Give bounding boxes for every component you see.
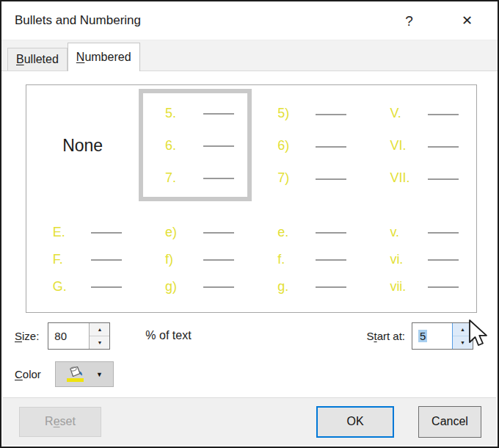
sample-text-line	[316, 286, 346, 288]
dialog-footer: Reset OK Cancel	[3, 397, 496, 445]
gallery-option-none[interactable]: None	[26, 85, 139, 206]
sample-text-line	[203, 178, 234, 179]
none-label: None	[62, 136, 103, 156]
size-label: Size:	[15, 330, 39, 342]
sample-text-line	[91, 232, 122, 234]
dialog-title: Bullets and Numbering	[15, 13, 141, 28]
sample-text-line	[91, 286, 122, 288]
sample-text-line	[316, 114, 346, 115]
numbering-style-gallery: None 5. 6. 7. 5) 6) 7) V. VI. VII. E. F.…	[26, 84, 477, 313]
sample-text-line	[203, 113, 234, 115]
gallery-option-alpha-lower-period[interactable]: e. f. g.	[252, 206, 364, 312]
mouse-cursor	[468, 319, 493, 352]
sample-text-line	[428, 286, 459, 288]
size-spinner-down-icon[interactable]: ▼	[90, 336, 109, 349]
help-icon[interactable]: ?	[405, 14, 413, 28]
gallery-option-alpha-upper[interactable]: E. F. G.	[26, 206, 139, 312]
start-at-input[interactable]: 5 ▲ ▼	[412, 322, 473, 350]
sample-text-line	[203, 145, 234, 147]
sample-text-line	[316, 232, 346, 234]
close-icon[interactable]: ✕	[462, 14, 473, 27]
start-at-group: Start at: 5 ▲ ▼	[366, 322, 473, 350]
gallery-option-numbered-period[interactable]: 5. 6. 7.	[139, 89, 251, 201]
sample-text-line	[316, 178, 346, 180]
gallery-option-roman-lower[interactable]: v. vi. vii.	[364, 206, 476, 312]
start-at-label: Start at:	[366, 330, 405, 342]
size-input[interactable]: 80 ▲ ▼	[48, 322, 110, 350]
bullets-and-numbering-dialog: Bullets and Numbering ? ✕ Bulleted Numbe…	[0, 0, 499, 448]
gallery-option-roman-upper[interactable]: V. VI. VII.	[364, 85, 476, 206]
sample-text-line	[428, 114, 459, 115]
color-row: Color ▼	[15, 361, 498, 387]
sample-text-line	[428, 146, 459, 148]
start-at-value[interactable]: 5	[418, 330, 427, 342]
size-spinner: ▲ ▼	[89, 323, 109, 349]
sample-text-line	[203, 259, 234, 261]
sample-text-line	[428, 259, 459, 261]
sample-text-line	[203, 286, 234, 288]
color-label: Color	[15, 368, 41, 380]
color-dropdown-icon: ▼	[96, 371, 103, 378]
tab-panel-numbered: None 5. 6. 7. 5) 6) 7) V. VI. VII. E. F.…	[1, 71, 498, 387]
tab-numbered-label: Numbered	[76, 51, 131, 64]
tab-bulleted[interactable]: Bulleted	[7, 48, 68, 71]
title-bar: Bullets and Numbering ? ✕	[1, 1, 498, 40]
tab-strip: Bulleted Numbered	[1, 40, 498, 71]
percent-of-text-label: % of text	[145, 329, 191, 342]
paint-bucket-icon	[66, 366, 86, 383]
sample-text-line	[91, 259, 122, 261]
cancel-button[interactable]: Cancel	[418, 406, 481, 438]
ok-button[interactable]: OK	[316, 406, 394, 438]
reset-button[interactable]: Reset	[19, 407, 101, 437]
color-picker-button[interactable]: ▼	[55, 361, 114, 387]
sample-text-line	[428, 232, 459, 234]
sample-text-line	[316, 259, 346, 261]
size-value[interactable]: 80	[48, 323, 89, 349]
sample-text-line	[203, 232, 234, 234]
sample-text-line	[428, 178, 459, 180]
gallery-option-numbered-paren[interactable]: 5) 6) 7)	[252, 85, 364, 206]
sample-text-line	[316, 146, 346, 148]
size-spinner-up-icon[interactable]: ▲	[90, 323, 109, 336]
tab-numbered[interactable]: Numbered	[68, 43, 140, 71]
size-and-start-row: Size: 80 ▲ ▼ % of text Start at: 5 ▲ ▼	[15, 322, 473, 350]
gallery-option-alpha-lower-paren[interactable]: e) f) g)	[139, 206, 251, 312]
tab-bulleted-label: Bulleted	[16, 53, 59, 66]
